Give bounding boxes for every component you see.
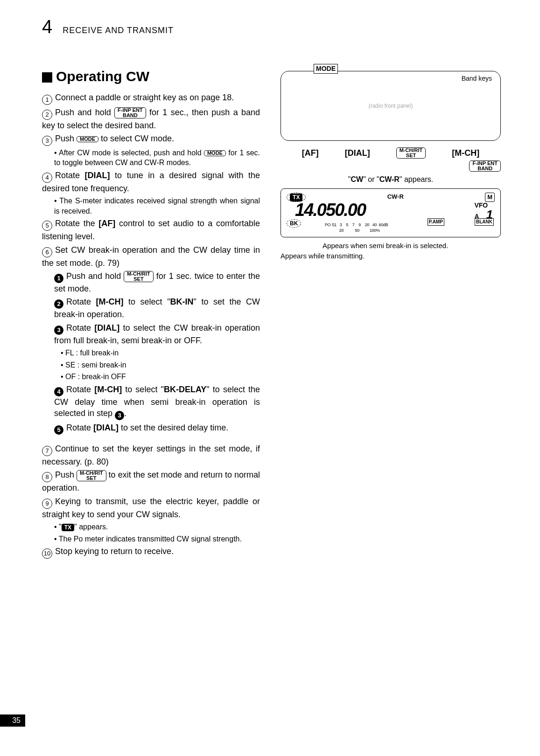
key-mch-rit-set: M-CH/RITSET	[124, 271, 154, 282]
step-marker: 5	[42, 221, 52, 231]
step-text: Push and hold	[55, 108, 114, 117]
step-text: Set CW break-in operation and the CW del…	[42, 245, 260, 268]
panel-label-band-keys: Band keys	[462, 74, 492, 83]
key-mch-rit-set: M-CH/RITSET	[77, 470, 106, 481]
step-text: Keying to transmit, use the electric key…	[42, 497, 260, 519]
radio-front-panel-diagram: MODE Band keys (radio front panel)	[281, 71, 501, 141]
key-mch-rit-set: M-CH/RITSET	[396, 147, 426, 159]
section-title: Operating CW	[42, 67, 260, 86]
inline-step-ref: 3	[115, 411, 124, 420]
substep-marker: 3	[54, 326, 63, 335]
step-marker: 2	[42, 110, 52, 120]
step-text: Stop keying to return to receive.	[55, 547, 174, 556]
step-marker: 1	[42, 95, 52, 105]
lcd-m-indicator: M	[485, 193, 495, 202]
step-sub: • The S-meter indicates received signal …	[54, 196, 260, 216]
option: • FL : full break-in	[61, 348, 260, 358]
chapter-number: 4	[42, 14, 52, 39]
step-text: to select CW mode.	[98, 134, 174, 143]
step-marker: 9	[42, 499, 52, 509]
step-marker: 10	[42, 548, 52, 559]
lcd-bk: BK	[287, 219, 301, 228]
substep-marker: 1	[54, 274, 63, 283]
step-marker: 4	[42, 173, 52, 183]
square-bullet-icon	[42, 72, 52, 83]
lcd-mode: CW-R	[387, 193, 404, 202]
label-af: [AF]	[302, 147, 319, 159]
step-text: Continue to set the keyer settings in th…	[42, 444, 260, 466]
key-mode: MODE	[204, 150, 226, 156]
chapter-title: RECEIVE AND TRANSMIT	[63, 25, 174, 36]
step-sub: • "	[54, 523, 62, 531]
key-f-inp-ent-band: F-INP ENTBAND	[114, 107, 146, 118]
step-sub: " appears.	[74, 523, 108, 531]
lcd-display-diagram: TX CW-R M 14.050.00 VFO A 1 P.AMP BLANK …	[281, 188, 501, 237]
key-f-inp-ent-band: F-INP ENTBAND	[469, 160, 501, 172]
page-number: 35	[0, 714, 25, 727]
substep-marker: 5	[54, 425, 63, 435]
substep-marker: 4	[54, 387, 63, 396]
instruction-list: 1Connect a paddle or straight key as on …	[42, 92, 260, 559]
lcd-meter-scale: PO S1 3 5 7 9 20 40 60dB 20 50 100%	[325, 222, 470, 233]
step-sub: • The Po meter indicates transmitted CW …	[54, 534, 260, 544]
label-mch: [M-CH]	[452, 147, 479, 159]
option: • OF : break-in OFF	[61, 372, 260, 382]
substep-marker: 2	[54, 299, 63, 309]
note-transmitting: Appears while transmitting.	[281, 251, 501, 261]
tx-icon: TX	[62, 524, 74, 531]
option: • SE : semi break-in	[61, 360, 260, 370]
lcd-frequency: 14.050.00	[295, 202, 365, 218]
step-marker: 6	[42, 247, 52, 257]
label-dial: [DIAL]	[345, 147, 370, 159]
step-marker: 3	[42, 136, 52, 146]
lcd-blank: BLANK	[475, 218, 494, 226]
note-semi-breakin: Appears when semi break-in is selected.	[323, 241, 501, 250]
step-text: Push and hold	[66, 271, 124, 281]
lcd-caption: "CW" or "CW-R" appears.	[281, 174, 501, 185]
step-sub: • After CW mode is selected, push and ho…	[54, 149, 204, 157]
key-mode: MODE	[77, 136, 98, 142]
step-text: Push	[55, 470, 77, 479]
step-text: Connect a paddle or straight key as on p…	[55, 93, 234, 102]
step-marker: 7	[42, 446, 52, 456]
step-text: Push	[55, 134, 77, 143]
panel-label-mode: MODE	[314, 64, 338, 74]
step-marker: 8	[42, 472, 52, 482]
